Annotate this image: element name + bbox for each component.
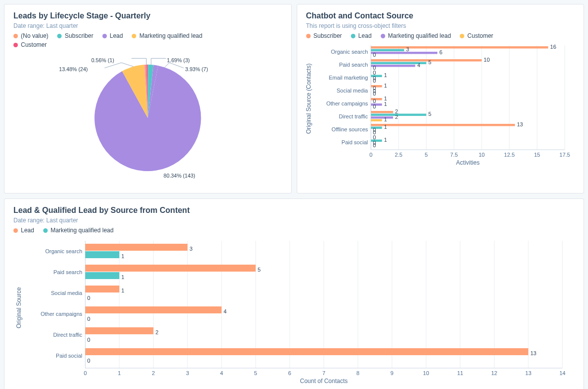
svg-text:12.5: 12.5 [504,152,514,158]
svg-text:0: 0 [369,152,372,158]
svg-text:1: 1 [384,116,387,122]
svg-text:11: 11 [457,370,463,376]
svg-text:2: 2 [395,114,398,120]
svg-text:8: 8 [356,370,359,376]
svg-text:15: 15 [534,152,540,158]
svg-text:1: 1 [121,253,124,259]
svg-text:5: 5 [428,111,431,117]
legend-item[interactable]: Lead [13,227,34,234]
legend: Lead Marketing qualified lead [13,227,575,234]
svg-text:Paid social: Paid social [341,139,368,145]
svg-text:1: 1 [118,370,121,376]
svg-text:0: 0 [87,295,90,301]
svg-text:3: 3 [189,246,192,252]
svg-text:Paid search: Paid search [339,62,368,68]
svg-line-4 [165,63,169,68]
svg-text:16: 16 [550,44,556,50]
svg-text:2: 2 [156,329,159,335]
svg-rect-135 [85,251,120,258]
legend-item[interactable]: Marketing qualified lead [381,32,451,39]
svg-rect-143 [85,286,120,292]
svg-text:Social media: Social media [51,290,83,296]
legend-item[interactable]: Lead [351,32,372,39]
svg-text:4: 4 [417,62,420,68]
svg-rect-148 [85,306,222,313]
svg-text:17.5: 17.5 [559,152,570,158]
svg-text:1: 1 [384,83,387,89]
svg-text:0: 0 [373,91,376,97]
svg-text:13: 13 [516,121,522,127]
svg-text:13: 13 [530,350,536,356]
svg-rect-77 [371,116,393,119]
svg-text:1: 1 [384,124,387,130]
card-chatbot-source: Chatbot and Contact Source This report i… [297,4,585,194]
svg-rect-41 [371,65,415,67]
slice-label: 80.34% (143) [164,173,195,179]
svg-text:0: 0 [87,358,90,364]
legend-item[interactable]: Customer [13,41,282,48]
svg-rect-133 [85,244,188,251]
svg-text:Paid social: Paid social [56,353,82,359]
svg-text:1: 1 [121,288,124,293]
svg-text:14: 14 [559,370,565,376]
svg-text:0: 0 [87,337,90,343]
svg-text:0: 0 [373,78,376,84]
subtitle: This report is using cross-object filter… [306,22,575,29]
card-leads-by-source: Lead & Qualified Lead by Source from Con… [4,198,584,389]
svg-text:0: 0 [84,370,86,376]
legend: (No value) Subscriber Lead Marketing qua… [13,32,282,48]
svg-text:Activities: Activities [456,159,479,166]
svg-text:2: 2 [152,370,155,376]
svg-text:7.5: 7.5 [450,152,457,158]
svg-rect-30 [371,49,404,52]
bar-chart[interactable]: 02.557.51012.51517.5ActivitiesOrganic se… [306,44,575,169]
chart-title: Chatbot and Contact Source [306,11,575,20]
svg-text:4: 4 [220,370,223,376]
svg-text:7: 7 [322,370,325,376]
svg-text:10: 10 [478,152,484,158]
pie-chart[interactable]: 0.56% (1) 1.69% (3) 3.93% (7) 80.34% (14… [13,53,282,183]
legend-item[interactable]: Marketing qualified lead [43,227,114,234]
svg-line-6 [121,63,133,67]
svg-text:5: 5 [424,152,427,158]
y-axis-label: Original Source (Contacts) [305,64,312,134]
svg-text:Social media: Social media [336,88,368,94]
svg-text:5: 5 [428,59,431,65]
svg-text:1: 1 [384,101,387,107]
svg-text:Other campaigns: Other campaigns [326,100,368,106]
svg-line-5 [169,63,184,68]
svg-text:10: 10 [423,370,429,376]
svg-text:5: 5 [257,267,260,273]
svg-text:0: 0 [373,52,376,58]
svg-text:5: 5 [254,370,257,376]
svg-rect-73 [371,111,393,113]
slice-label: 1.69% (3) [167,57,190,63]
svg-text:2.5: 2.5 [395,152,402,158]
legend-item[interactable]: Subscriber [306,32,342,39]
date-range: Date range: Last quarter [13,22,282,29]
svg-text:Offline sources: Offline sources [332,126,368,132]
svg-text:10: 10 [484,57,490,63]
svg-text:3: 3 [406,46,409,52]
svg-text:Count of Contacts: Count of Contacts [300,378,347,385]
svg-text:Direct traffic: Direct traffic [338,113,368,119]
svg-text:4: 4 [224,308,227,314]
bar-chart[interactable]: 01234567891011121314Count of ContactsOrg… [13,239,575,388]
card-lifecycle-pie: Leads by Lifecycle Stage - Quarterly Dat… [4,4,292,194]
svg-text:12: 12 [491,370,497,376]
svg-text:Direct traffic: Direct traffic [53,332,83,338]
slice-label: 3.93% (7) [185,66,208,72]
svg-rect-82 [371,124,515,126]
svg-text:3: 3 [186,370,189,376]
legend: Subscriber Lead Marketing qualified lead… [306,32,575,39]
legend-item[interactable]: Subscriber [57,32,93,39]
svg-text:1: 1 [384,137,387,143]
svg-text:0: 0 [87,316,90,322]
legend-item[interactable]: (No value) [13,32,48,39]
legend-item[interactable]: Customer [460,32,493,39]
svg-text:9: 9 [391,370,394,376]
svg-rect-75 [371,114,426,116]
legend-item[interactable]: Lead [102,32,123,39]
date-range: Date range: Last quarter [13,217,575,224]
legend-item[interactable]: Marketing qualified lead [132,32,202,39]
